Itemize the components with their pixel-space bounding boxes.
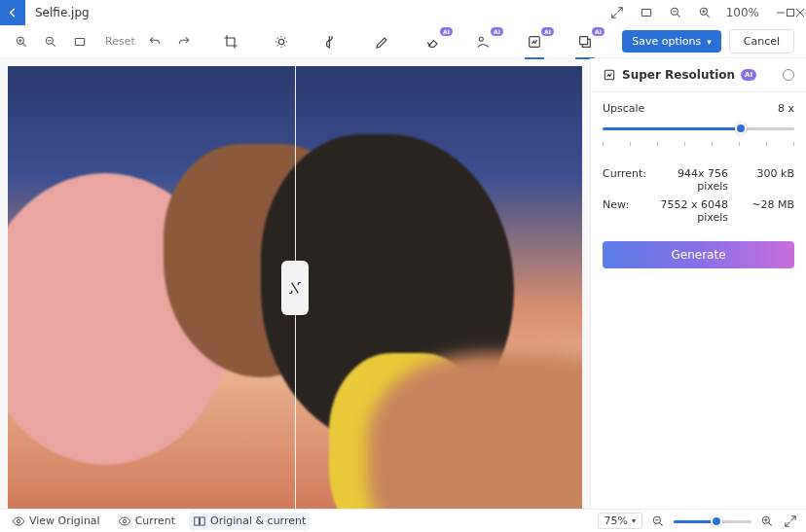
filter-tool[interactable] <box>320 30 344 53</box>
view-current-label: Current <box>135 514 175 527</box>
reset-button[interactable]: Reset <box>105 35 135 48</box>
fullscreen-button[interactable] <box>783 514 798 529</box>
panel-icon <box>603 68 616 82</box>
zoom-in-icon[interactable] <box>697 5 713 20</box>
ai-badge: AI <box>541 27 554 36</box>
current-size: 300 kB <box>746 167 794 193</box>
svg-rect-14 <box>195 516 200 524</box>
toolbar: Reset AI AI AI AI Save options ▾ Cancel <box>0 25 806 58</box>
split-icon <box>193 514 206 528</box>
zoom-out-icon[interactable] <box>668 5 683 20</box>
new-dimensions: 7552 x 6048 pixels <box>629 198 746 224</box>
view-current-option[interactable]: Current <box>114 513 179 530</box>
bottom-bar: View Original Current Original & current… <box>0 509 806 532</box>
zoom-out-button[interactable] <box>650 514 666 529</box>
chevron-down-icon: ▾ <box>707 37 712 47</box>
super-resolution-panel: Super Resolution AI Upscale 8 x Current:… <box>590 58 806 509</box>
panel-title: Super Resolution <box>622 68 735 82</box>
upscale-slider[interactable] <box>603 121 794 138</box>
cancel-button[interactable]: Cancel <box>729 29 794 53</box>
back-button[interactable] <box>0 0 25 25</box>
svg-rect-3 <box>788 10 794 17</box>
undo-button[interactable] <box>145 32 165 52</box>
adjust-tool[interactable] <box>270 30 293 53</box>
zoom-out-tool[interactable] <box>41 32 60 52</box>
eye-icon <box>12 514 25 528</box>
upscale-label: Upscale <box>603 102 644 115</box>
erase-tool[interactable]: AI <box>421 30 445 53</box>
file-title: Selfie.jpg <box>35 6 90 19</box>
fit-icon[interactable] <box>639 5 654 20</box>
svg-rect-6 <box>75 38 84 45</box>
current-dimensions: 944x 756 pixels <box>646 167 746 193</box>
new-size: ~28 MB <box>746 198 794 224</box>
svg-rect-10 <box>580 36 588 44</box>
svg-rect-15 <box>201 516 205 524</box>
zoom-in-tool[interactable] <box>12 32 31 52</box>
background-tool[interactable]: AI <box>472 30 495 53</box>
svg-point-13 <box>123 519 127 523</box>
panel-toggle-radio[interactable] <box>783 69 794 81</box>
fit-screen-tool[interactable] <box>70 32 90 52</box>
redo-button[interactable] <box>174 32 194 52</box>
chevron-down-icon: ▾ <box>632 516 636 525</box>
new-label: New: <box>603 198 629 224</box>
save-label: Save options <box>632 35 701 48</box>
image-canvas[interactable] <box>8 66 582 509</box>
svg-rect-0 <box>641 10 650 17</box>
zoom-in-button[interactable] <box>759 514 775 529</box>
eye-icon <box>118 514 131 528</box>
restyle-tool[interactable]: AI <box>573 30 597 53</box>
view-original-option[interactable]: View Original <box>8 513 104 530</box>
svg-point-7 <box>278 39 283 44</box>
ai-badge: AI <box>741 69 756 81</box>
current-label: Current: <box>603 167 646 193</box>
title-bar: Selfie.jpg 100% <box>0 0 806 25</box>
super-resolution-tool[interactable]: AI <box>523 30 546 53</box>
ai-badge: AI <box>491 27 503 36</box>
compare-handle[interactable] <box>281 261 309 315</box>
zoom-value: 75% <box>604 514 628 527</box>
crop-tool[interactable] <box>219 30 242 53</box>
view-compare-label: Original & current <box>210 514 306 527</box>
window-close-button[interactable] <box>795 0 805 25</box>
generate-button[interactable]: Generate <box>603 241 794 268</box>
zoom-slider[interactable] <box>674 514 751 528</box>
markup-tool[interactable] <box>371 30 394 53</box>
expand-icon[interactable] <box>609 5 625 20</box>
zoom-dropdown[interactable]: 75% ▾ <box>598 513 642 529</box>
upscale-value: 8 x <box>778 102 794 115</box>
ai-badge: AI <box>592 27 604 36</box>
window-minimize-button[interactable] <box>776 0 786 25</box>
svg-point-8 <box>479 37 483 41</box>
view-compare-option[interactable]: Original & current <box>189 513 310 530</box>
save-options-button[interactable]: Save options ▾ <box>622 30 721 53</box>
window-maximize-button[interactable] <box>786 0 795 25</box>
ai-badge: AI <box>440 27 453 36</box>
view-original-label: View Original <box>29 514 100 527</box>
svg-point-12 <box>17 519 20 523</box>
zoom-readout: 100% <box>726 5 759 20</box>
